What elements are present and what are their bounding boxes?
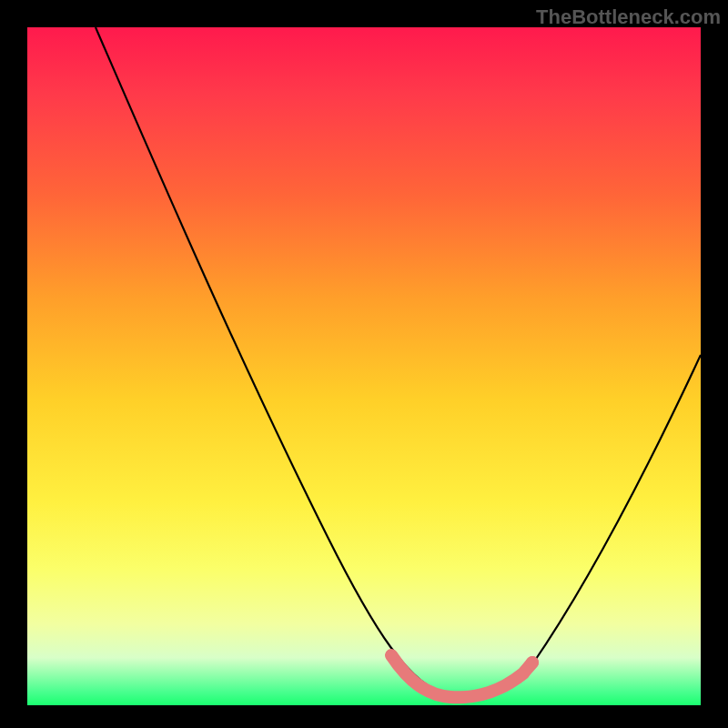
highlight-start-marker	[386, 650, 397, 661]
watermark-text: TheBottleneck.com	[536, 5, 721, 29]
chart-svg	[27, 27, 701, 705]
curve-highlight	[391, 655, 532, 697]
mismatch-curve-line	[96, 27, 701, 697]
chart-frame: TheBottleneck.com	[0, 0, 728, 728]
chart-plot-area	[27, 27, 701, 705]
highlight-end-marker	[526, 656, 539, 669]
